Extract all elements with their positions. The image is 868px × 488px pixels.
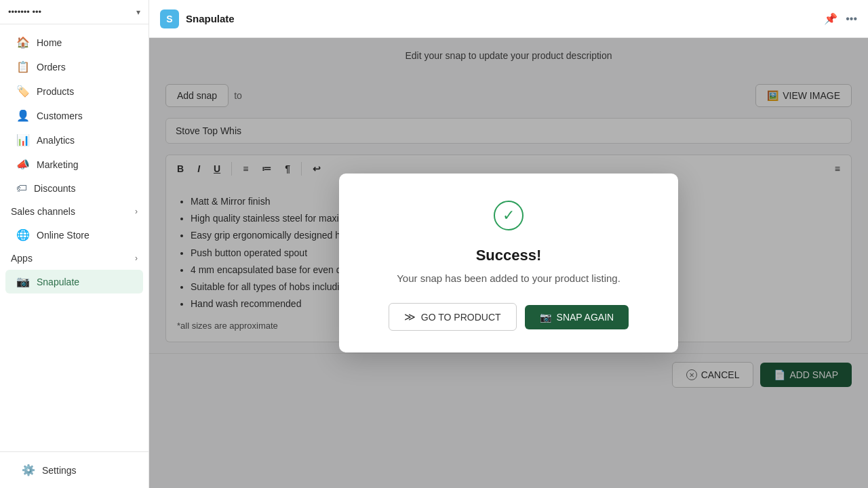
app-header-left: S Snapulate: [160, 9, 235, 28]
sidebar-item-settings[interactable]: ⚙️ Settings: [11, 458, 138, 482]
sidebar-item-analytics[interactable]: 📊 Analytics: [5, 128, 143, 152]
sidebar-item-settings-label: Settings: [42, 465, 77, 476]
store-chevron-icon: ▾: [136, 7, 140, 17]
analytics-icon: 📊: [16, 134, 30, 146]
snap-again-button[interactable]: 📷 SNAP AGAIN: [525, 305, 629, 329]
sidebar-item-snapulate[interactable]: 📷 Snapulate: [5, 270, 143, 293]
home-icon: 🏠: [16, 36, 30, 49]
sidebar-item-online-store[interactable]: 🌐 Online Store: [5, 223, 143, 247]
sidebar-item-home-label: Home: [37, 37, 62, 48]
apps-section[interactable]: Apps ›: [0, 247, 149, 269]
app-header: S Snapulate 📌 •••: [149, 0, 868, 38]
sidebar-item-marketing[interactable]: 📣 Marketing: [5, 152, 143, 176]
sidebar-nav: 🏠 Home 📋 Orders 🏷️ Products 👤 Customers …: [0, 24, 149, 451]
sidebar-item-analytics-label: Analytics: [37, 135, 75, 146]
go-to-product-icon: ≫: [404, 310, 416, 323]
sidebar-item-marketing-label: Marketing: [37, 159, 78, 170]
snapulate-icon: 📷: [16, 275, 30, 288]
app-icon-text: S: [166, 14, 172, 24]
sales-channels-label: Sales channels: [11, 206, 75, 217]
sidebar-item-online-store-label: Online Store: [37, 230, 90, 241]
discounts-icon: 🏷: [16, 182, 27, 195]
sidebar-item-orders[interactable]: 📋 Orders: [5, 55, 143, 79]
snap-again-label: SNAP AGAIN: [557, 312, 614, 323]
products-icon: 🏷️: [16, 85, 30, 98]
main-content: S Snapulate 📌 ••• Edit your snap to upda…: [149, 0, 868, 488]
success-modal: ✓ Success! Your snap has been added to y…: [339, 174, 678, 352]
sidebar: ••••••• ••• ▾ 🏠 Home 📋 Orders 🏷️ Product…: [0, 0, 149, 488]
go-to-product-button[interactable]: ≫ GO TO PRODUCT: [389, 303, 517, 331]
pin-icon[interactable]: 📌: [824, 12, 837, 25]
sidebar-item-discounts[interactable]: 🏷 Discounts: [5, 177, 143, 200]
sidebar-item-products[interactable]: 🏷️ Products: [5, 79, 143, 103]
customers-icon: 👤: [16, 109, 30, 122]
modal-title: Success!: [366, 247, 651, 264]
sidebar-bottom: ⚙️ Settings: [0, 451, 149, 488]
store-selector[interactable]: ••••••• ••• ▾: [0, 0, 149, 24]
modal-actions: ≫ GO TO PRODUCT 📷 SNAP AGAIN: [366, 303, 651, 331]
more-options-icon[interactable]: •••: [846, 13, 857, 25]
sidebar-item-home[interactable]: 🏠 Home: [5, 30, 143, 54]
online-store-icon: 🌐: [16, 228, 30, 241]
go-to-product-label: GO TO PRODUCT: [421, 312, 501, 323]
page-content: Edit your snap to update your product de…: [149, 38, 868, 488]
sidebar-item-discounts-label: Discounts: [34, 183, 75, 194]
modal-message: Your snap has been added to your product…: [366, 272, 651, 284]
snap-again-icon: 📷: [540, 312, 551, 323]
sales-channels-arrow-icon: ›: [135, 207, 138, 216]
sidebar-item-products-label: Products: [37, 86, 74, 97]
sidebar-item-orders-label: Orders: [37, 62, 66, 73]
success-icon: ✓: [494, 201, 524, 230]
modal-overlay: ✓ Success! Your snap has been added to y…: [149, 38, 868, 488]
marketing-icon: 📣: [16, 158, 30, 171]
app-title: Snapulate: [186, 13, 235, 24]
sidebar-item-snapulate-label: Snapulate: [37, 277, 79, 287]
sales-channels-section[interactable]: Sales channels ›: [0, 201, 149, 222]
settings-icon: ⚙️: [22, 464, 35, 476]
apps-arrow-icon: ›: [135, 253, 138, 263]
app-icon: S: [160, 9, 179, 28]
store-name: ••••••• •••: [8, 7, 41, 17]
sidebar-item-customers-label: Customers: [37, 110, 83, 121]
apps-label: Apps: [11, 253, 33, 264]
orders-icon: 📋: [16, 60, 30, 73]
sidebar-item-customers[interactable]: 👤 Customers: [5, 104, 143, 127]
app-header-right: 📌 •••: [824, 12, 857, 25]
